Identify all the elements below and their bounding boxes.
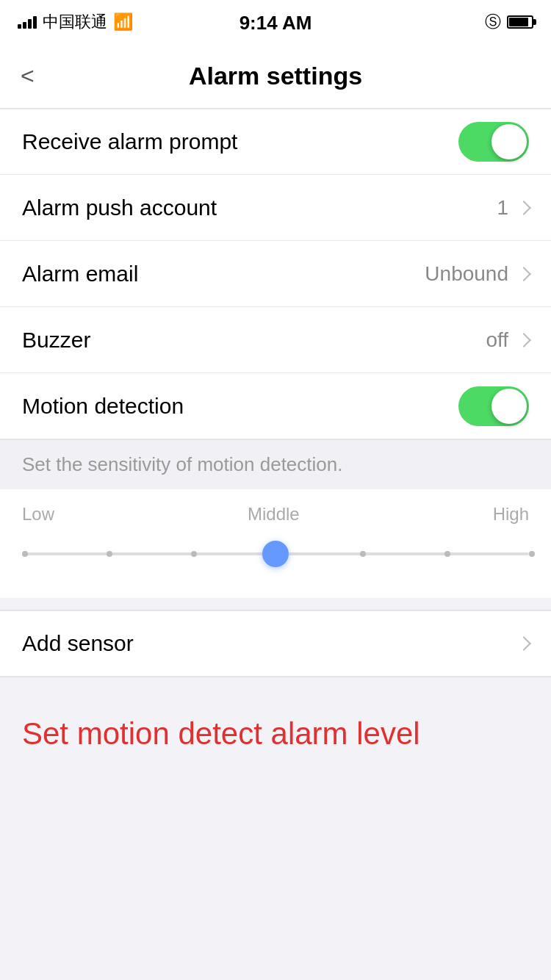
motion-detection-label: Motion detection: [22, 394, 184, 419]
buzzer-row[interactable]: Buzzer off: [0, 307, 551, 373]
tick-0: [22, 551, 28, 557]
battery-icon: [507, 15, 533, 29]
motion-detection-row[interactable]: Motion detection: [0, 373, 551, 439]
alarm-push-label: Alarm push account: [22, 195, 217, 220]
buzzer-chevron: [516, 333, 531, 347]
buzzer-value: off: [486, 328, 508, 352]
slider-track-wrapper[interactable]: [22, 539, 529, 569]
status-bar: 中国联通 📶 9:14 AM Ⓢ: [0, 0, 551, 44]
wifi-icon: 📶: [113, 12, 133, 32]
alarm-push-value: 1: [497, 196, 508, 220]
label-high: High: [493, 504, 529, 525]
receive-alarm-toggle[interactable]: [458, 122, 529, 162]
slider-labels: Low Middle High: [22, 504, 529, 525]
alarm-email-label: Alarm email: [22, 262, 138, 287]
toggle-knob-2: [491, 389, 527, 424]
carrier-label: 中国联通: [43, 11, 107, 33]
tick-6: [529, 551, 535, 557]
status-left: 中国联通 📶: [18, 11, 133, 33]
buzzer-right: off: [486, 328, 529, 352]
tick-1: [107, 551, 112, 557]
status-right: Ⓢ: [485, 11, 533, 33]
nav-bar: < Alarm settings: [0, 44, 551, 109]
tick-2: [191, 551, 197, 557]
alarm-email-row[interactable]: Alarm email Unbound: [0, 241, 551, 307]
slider-thumb[interactable]: [262, 541, 289, 567]
footer-text: Set motion detect alarm level: [22, 714, 529, 754]
back-button[interactable]: <: [21, 62, 35, 90]
add-sensor-row[interactable]: Add sensor: [0, 610, 551, 677]
tick-4: [360, 551, 366, 557]
sensitivity-header-text: Set the sensitivity of motion detection.: [22, 453, 342, 475]
alarm-email-right: Unbound: [425, 262, 529, 286]
receive-alarm-right: [458, 122, 529, 162]
label-middle: Middle: [248, 504, 300, 525]
add-sensor-label: Add sensor: [22, 631, 134, 656]
lock-icon: Ⓢ: [485, 11, 501, 33]
alarm-push-chevron: [516, 201, 531, 215]
alarm-email-value: Unbound: [425, 262, 508, 286]
tick-5: [444, 551, 450, 557]
buzzer-label: Buzzer: [22, 328, 90, 353]
alarm-push-row[interactable]: Alarm push account 1: [0, 175, 551, 241]
add-sensor-section: Add sensor: [0, 610, 551, 677]
motion-detection-toggle[interactable]: [458, 386, 529, 426]
footer-section: Set motion detect alarm level: [0, 677, 551, 824]
signal-icon: [18, 15, 37, 29]
slider-track: [22, 552, 529, 555]
status-time: 9:14 AM: [240, 12, 312, 35]
label-low: Low: [22, 504, 54, 525]
alarm-email-chevron: [516, 267, 531, 281]
alarm-push-right: 1: [497, 196, 529, 220]
receive-alarm-label: Receive alarm prompt: [22, 129, 237, 154]
add-sensor-chevron: [516, 636, 531, 651]
slider-container: Low Middle High: [0, 489, 551, 598]
toggle-knob: [491, 124, 527, 159]
add-sensor-right: [516, 638, 529, 649]
receive-alarm-row[interactable]: Receive alarm prompt: [0, 109, 551, 175]
page-title: Alarm settings: [189, 62, 362, 90]
motion-detection-right: [458, 386, 529, 426]
settings-list: Receive alarm prompt Alarm push account …: [0, 109, 551, 439]
sensitivity-header: Set the sensitivity of motion detection.: [0, 439, 551, 489]
sensitivity-section: Set the sensitivity of motion detection.…: [0, 439, 551, 598]
